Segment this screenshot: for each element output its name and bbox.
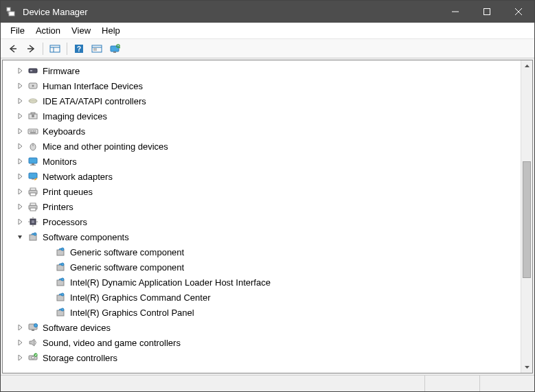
device-tree[interactable]: FirmwareHuman Interface DevicesIDE ATA/A… (3, 60, 521, 373)
firmware-icon (27, 65, 38, 76)
tree-node-label: Printers (43, 202, 73, 212)
tree-node[interactable]: Print queues (3, 184, 521, 199)
chevron-down-icon[interactable] (15, 232, 25, 242)
titlebar: Device Manager (1, 1, 534, 23)
chevron-right-icon[interactable] (15, 66, 25, 76)
mouse-icon (27, 141, 38, 152)
svg-rect-20 (113, 51, 116, 53)
tree-node[interactable]: Generic software component (3, 244, 521, 260)
tree-node[interactable]: Storage controllers (3, 350, 521, 365)
window-title: Device Manager (23, 7, 88, 17)
network-icon (27, 171, 38, 182)
chevron-right-icon[interactable] (15, 202, 25, 211)
chevron-right-icon[interactable] (15, 187, 25, 196)
tree-node[interactable]: Keyboards (3, 124, 521, 139)
status-cell-2 (424, 376, 479, 391)
expander-placeholder (43, 292, 52, 302)
properties-button[interactable] (89, 41, 105, 56)
tree-node[interactable]: Intel(R) Dynamic Application Loader Host… (3, 275, 521, 290)
menu-file[interactable]: File (5, 24, 30, 37)
softdev-icon (27, 322, 38, 333)
component-icon (27, 231, 38, 242)
svg-rect-49 (30, 203, 36, 205)
content-area: FirmwareHuman Interface DevicesIDE ATA/A… (2, 60, 533, 373)
expander-placeholder (43, 277, 52, 287)
chevron-right-icon[interactable] (15, 353, 25, 362)
tree-node[interactable]: Network adapters (3, 169, 521, 184)
svg-rect-31 (31, 113, 35, 114)
svg-line-22 (119, 47, 121, 48)
svg-point-68 (61, 308, 64, 311)
tree-node[interactable]: Monitors (3, 154, 521, 169)
menu-action[interactable]: Action (30, 24, 66, 37)
svg-point-71 (34, 324, 38, 327)
menu-help[interactable]: Help (96, 24, 126, 37)
svg-point-66 (61, 293, 64, 296)
tree-node-label: Firmware (43, 66, 80, 76)
component-icon (55, 292, 66, 303)
chevron-right-icon[interactable] (15, 338, 25, 347)
tree-node[interactable]: Human Interface Devices (3, 78, 521, 93)
svg-rect-33 (30, 130, 31, 132)
forward-button[interactable] (23, 41, 39, 56)
svg-rect-1 (9, 12, 14, 16)
tree-node-label: Generic software component (70, 262, 184, 273)
chevron-right-icon[interactable] (15, 217, 25, 227)
chevron-right-icon[interactable] (15, 111, 25, 121)
back-button[interactable] (5, 41, 21, 56)
printer-icon (27, 201, 38, 212)
svg-rect-44 (32, 178, 34, 180)
svg-rect-70 (32, 330, 34, 331)
scroll-down-button[interactable] (521, 361, 532, 373)
tree-node[interactable]: IDE ATA/ATAPI controllers (3, 93, 521, 108)
chevron-right-icon[interactable] (15, 126, 25, 136)
expander-placeholder (43, 247, 52, 257)
maximize-button[interactable] (471, 1, 503, 23)
tree-node[interactable]: Generic software component (3, 260, 521, 275)
svg-rect-41 (32, 163, 34, 165)
imaging-icon (27, 111, 38, 122)
tree-node[interactable]: Sound, video and game controllers (3, 335, 521, 350)
status-cell-3 (479, 376, 534, 391)
tree-node[interactable]: Mice and other pointing devices (3, 139, 521, 154)
tree-node-label: Generic software component (70, 247, 184, 257)
tree-node[interactable]: Intel(R) Graphics Control Panel (3, 305, 521, 320)
hid-icon (27, 80, 38, 91)
vertical-scrollbar[interactable] (521, 60, 532, 373)
close-button[interactable] (503, 1, 534, 23)
component-icon (55, 246, 66, 257)
monitor-icon (27, 156, 38, 167)
svg-rect-10 (50, 45, 60, 52)
tree-node[interactable]: Intel(R) Graphics Command Center (3, 290, 521, 305)
scroll-thumb[interactable] (523, 161, 531, 278)
chevron-right-icon[interactable] (15, 96, 25, 106)
tree-node[interactable]: Processors (3, 214, 521, 229)
chevron-right-icon[interactable] (15, 172, 25, 181)
scan-hardware-button[interactable] (106, 41, 123, 56)
chevron-right-icon[interactable] (15, 81, 25, 91)
svg-rect-50 (30, 208, 36, 211)
help-button[interactable]: ? (71, 41, 87, 56)
scroll-up-button[interactable] (521, 60, 532, 72)
chevron-right-icon[interactable] (15, 323, 25, 332)
keyboard-icon (27, 126, 38, 137)
tree-node[interactable]: Firmware (3, 63, 521, 78)
tree-node[interactable]: Printers (3, 199, 521, 214)
expander-placeholder (43, 262, 52, 272)
tree-node[interactable]: Imaging devices (3, 108, 521, 124)
tree-node[interactable]: Software devices (3, 320, 521, 335)
svg-rect-36 (35, 130, 36, 132)
svg-rect-42 (30, 165, 36, 165)
statusbar (1, 375, 534, 391)
menu-view[interactable]: View (66, 24, 96, 37)
svg-rect-35 (33, 130, 34, 132)
tree-node-label: Intel(R) Graphics Control Panel (70, 308, 194, 318)
toolbar-separator (43, 43, 43, 55)
tree-node-label: Storage controllers (43, 353, 117, 363)
minimize-button[interactable] (440, 1, 471, 23)
chevron-right-icon[interactable] (15, 141, 25, 151)
chevron-right-icon[interactable] (15, 157, 25, 166)
show-hide-console-button[interactable] (47, 41, 63, 56)
tree-node-label: Keyboards (43, 126, 85, 137)
tree-node[interactable]: Software components (3, 229, 521, 244)
